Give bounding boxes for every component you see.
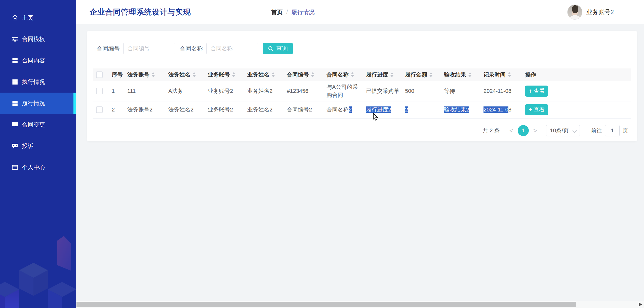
- sort-carets-icon[interactable]: [193, 72, 196, 77]
- grid-icon: [12, 100, 18, 107]
- goto-page-input[interactable]: [605, 125, 620, 136]
- breadcrumb-separator: /: [286, 9, 288, 16]
- chevron-down-icon: [573, 129, 577, 133]
- sidebar-item-label: 合同变更: [22, 121, 45, 129]
- sidebar-item-label: 个人中心: [22, 164, 45, 171]
- view-button[interactable]: + 查看: [525, 104, 548, 115]
- sidebar-item-complaint[interactable]: 投诉: [0, 135, 76, 157]
- sidebar-item-label: 执行情况: [22, 78, 45, 86]
- contract-name-input[interactable]: [206, 43, 258, 54]
- cell-result: 等待: [440, 81, 480, 101]
- query-button-label: 查询: [276, 45, 288, 53]
- cell-seq: 1: [108, 81, 124, 101]
- selected-text: 2: [405, 106, 408, 113]
- cell-business-name: 业务姓名2: [244, 81, 283, 101]
- sidebar-item-label: 投诉: [22, 142, 33, 150]
- sidebar-item-label: 履行情况: [22, 99, 45, 107]
- sidebar-item-personal-center[interactable]: 个人中心: [0, 157, 76, 178]
- cell-business-name: 业务姓名2: [244, 101, 283, 118]
- cell-contract-no: 合同编号2: [283, 101, 323, 118]
- sidebar-item-contract-content[interactable]: 合同内容: [0, 50, 76, 71]
- main-content: 合同编号 合同名称 查询: [76, 24, 644, 308]
- breadcrumb-current: 履行情况: [291, 8, 314, 16]
- grid-icon: [12, 57, 18, 64]
- plus-icon: +: [529, 107, 532, 113]
- view-button-label: 查看: [534, 87, 545, 95]
- cell-legal-name: 法务姓名2: [165, 101, 204, 118]
- sort-carets-icon[interactable]: [232, 72, 235, 77]
- column-header: 业务账号: [208, 71, 230, 79]
- column-header: 操作: [525, 71, 536, 79]
- table-row: 1 111 A法务 业务账号2 业务姓名2 #123456 与A公司的采购合同 …: [93, 81, 631, 101]
- next-page-button[interactable]: >: [531, 127, 540, 135]
- column-header: 法务姓名: [168, 71, 190, 79]
- cell-business-account: 业务账号2: [204, 101, 244, 118]
- sort-carets-icon[interactable]: [351, 72, 354, 77]
- cell-progress: 履行进度2: [363, 101, 401, 118]
- sidebar-item-contract-change[interactable]: 合同变更: [0, 114, 76, 135]
- pagination: 共 2 条 < 1 > 10条/页 前往 页: [482, 125, 628, 136]
- cell-legal-account: 法务账号2: [124, 101, 165, 118]
- user-menu[interactable]: 业务账号2: [567, 0, 614, 24]
- breadcrumb-home[interactable]: 首页: [271, 8, 283, 16]
- sort-carets-icon[interactable]: [390, 72, 393, 77]
- page-size-select[interactable]: 10条/页: [546, 125, 580, 136]
- content-card: 合同编号 合同名称 查询: [87, 31, 637, 141]
- grid-icon: [12, 79, 18, 85]
- view-button-label: 查看: [534, 106, 545, 113]
- sort-carets-icon[interactable]: [311, 72, 314, 77]
- selected-text: 2024-11-0: [484, 106, 508, 113]
- avatar[interactable]: [567, 5, 582, 20]
- column-header: 验收结果: [444, 71, 466, 79]
- prev-page-button[interactable]: <: [507, 127, 516, 135]
- cell-record-time: 2024-11-08: [480, 81, 521, 101]
- select-all-checkbox[interactable]: [96, 71, 103, 78]
- sidebar-item-performance-status[interactable]: 履行情况: [0, 93, 76, 114]
- chat-icon: [12, 143, 18, 149]
- pagination-total: 共 2 条: [482, 127, 500, 134]
- app-window: 主页 合同模板 合同内容: [0, 0, 644, 308]
- sort-carets-icon[interactable]: [429, 72, 432, 77]
- column-header: 合同名称: [327, 71, 349, 79]
- sidebar-item-execution-status[interactable]: 执行情况: [0, 71, 76, 93]
- scrollbar-right-arrow-icon[interactable]: [639, 302, 642, 306]
- table-row: 2 法务账号2 法务姓名2 业务账号2 业务姓名2 合同编号2 合同名称2 履行…: [93, 101, 631, 118]
- sidebar-nav: 主页 合同模板 合同内容: [0, 7, 76, 178]
- sort-carets-icon[interactable]: [508, 72, 511, 77]
- cell-amount: 2: [401, 101, 440, 118]
- sidebar-item-label: 合同模板: [22, 35, 45, 43]
- horizontal-scrollbar[interactable]: [76, 301, 644, 308]
- goto-suffix: 页: [623, 127, 628, 134]
- breadcrumb: 首页 / 履行情况: [271, 0, 314, 24]
- plus-icon: +: [529, 88, 532, 94]
- selected-text: 2: [349, 106, 352, 113]
- performance-table: 序号 法务账号 法务姓名 业务账号 业务姓名 合同编号 合同名称 履行进度 履行…: [93, 68, 631, 119]
- view-button[interactable]: + 查看: [525, 86, 548, 97]
- query-button[interactable]: 查询: [263, 43, 293, 54]
- cell-legal-account: 111: [124, 81, 165, 101]
- username: 业务账号2: [586, 8, 614, 16]
- sidebar-item-label: 合同内容: [22, 57, 45, 64]
- column-header: 业务姓名: [247, 71, 269, 79]
- page-title: 企业合同管理系统设计与实现: [90, 0, 191, 24]
- row-checkbox[interactable]: [96, 88, 103, 94]
- contract-name-label: 合同名称: [180, 45, 203, 53]
- sidebar-item-contract-template[interactable]: 合同模板: [0, 28, 76, 50]
- home-icon: [12, 14, 18, 21]
- sort-carets-icon[interactable]: [468, 72, 471, 77]
- scrollbar-thumb[interactable]: [76, 302, 576, 307]
- cell-amount: 500: [401, 81, 440, 101]
- sort-carets-icon[interactable]: [152, 72, 155, 77]
- page-number-button[interactable]: 1: [518, 125, 529, 136]
- cell-progress: 已提交采购单: [363, 81, 401, 101]
- sidebar-item-label: 主页: [22, 14, 33, 22]
- contract-no-input[interactable]: [123, 43, 175, 54]
- cell-result: 验收结果2: [440, 101, 480, 118]
- monitor-icon: [12, 121, 18, 128]
- sidebar-item-home[interactable]: 主页: [0, 7, 76, 28]
- sort-carets-icon[interactable]: [272, 72, 275, 77]
- idcard-icon: [12, 164, 18, 171]
- selected-text: 履行进度2: [366, 106, 391, 113]
- row-checkbox[interactable]: [96, 106, 103, 113]
- cell-contract-no: #123456: [283, 81, 323, 101]
